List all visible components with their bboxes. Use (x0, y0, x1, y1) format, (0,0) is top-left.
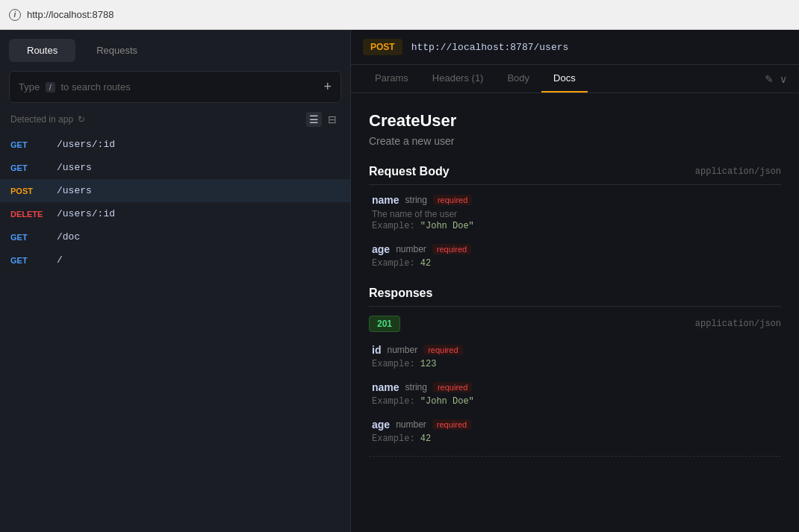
status-badge-201: 201 (369, 316, 400, 332)
field-name-label: id (372, 344, 381, 356)
response-code-row: 201 application/json (369, 316, 781, 332)
search-slash: / (46, 82, 55, 93)
method-badge: DELETE (10, 210, 48, 219)
required-badge: required (433, 195, 472, 205)
field-name-label: age (372, 419, 390, 431)
field-type-label: number (387, 345, 417, 355)
response-content-type: application/json (695, 319, 781, 329)
responses-header: Responses (369, 287, 781, 307)
field-name: name string required The name of the use… (369, 194, 781, 231)
search-bar[interactable]: Type / to search routes + (9, 71, 341, 103)
field-header: age number required (372, 243, 781, 255)
field-description: The name of the user (372, 209, 781, 219)
field-example: Example: 42 (372, 434, 781, 444)
route-path: /users/:id (57, 139, 115, 150)
request-body-header: Request Body application/json (369, 165, 781, 185)
tab-requests[interactable]: Requests (78, 39, 155, 62)
chevron-down-icon[interactable]: ∨ (780, 73, 787, 85)
required-badge: required (423, 345, 462, 355)
tab-routes[interactable]: Routes (9, 39, 75, 62)
doc-title: CreateUser (369, 111, 781, 131)
field-type-label: string (405, 195, 427, 205)
route-item-get-users-id-1[interactable]: GET /users/:id (0, 133, 350, 156)
field-type-label: number (396, 244, 426, 254)
field-example-value: "John Doe" (420, 221, 474, 231)
response-field-id: id number required Example: 123 (369, 344, 781, 369)
request-body-content-type: application/json (695, 166, 781, 177)
route-path: /users (57, 185, 92, 196)
section-divider (369, 456, 781, 457)
field-header: age number required (372, 419, 781, 431)
field-example-value: "John Doe" (420, 396, 474, 407)
route-path: /doc (57, 231, 80, 242)
add-route-button[interactable]: + (323, 79, 332, 95)
route-item-get-root[interactable]: GET / (0, 248, 350, 272)
required-badge: required (432, 419, 471, 430)
search-label: Type / to search routes (19, 81, 131, 93)
tab-body[interactable]: Body (495, 65, 541, 93)
compact-view-button[interactable]: ⊟ (325, 112, 340, 127)
field-type-label: string (405, 382, 427, 392)
response-field-age: age number required Example: 42 (369, 419, 781, 444)
route-path: /users (57, 162, 92, 173)
field-type-label: number (396, 419, 426, 430)
routes-list: GET /users/:id GET /users POST /users DE… (0, 133, 350, 532)
tab-docs[interactable]: Docs (541, 65, 588, 93)
field-example-value: 42 (420, 434, 431, 444)
field-example: Example: 123 (372, 359, 781, 369)
browser-url: http://localhost:8788 (27, 9, 114, 20)
refresh-icon[interactable]: ↻ (78, 114, 85, 125)
field-header: id number required (372, 344, 781, 356)
field-name-label: name (372, 194, 400, 206)
field-example-value: 123 (420, 359, 437, 369)
request-header: POST http://localhost:8787/users (351, 30, 799, 65)
panel-actions: ✎ ∨ (765, 73, 787, 85)
responses-title: Responses (369, 287, 432, 300)
doc-subtitle: Create a new user (369, 135, 781, 147)
route-item-get-doc[interactable]: GET /doc (0, 225, 350, 248)
request-url: http://localhost:8787/users (411, 42, 569, 53)
detected-label: Detected in app ↻ (10, 114, 85, 125)
sidebar-tabs: Routes Requests (0, 30, 350, 62)
field-example-value: 42 (420, 258, 431, 269)
list-view-button[interactable]: ☰ (306, 112, 322, 127)
detected-row: Detected in app ↻ ☰ ⊟ (0, 109, 350, 133)
tab-params[interactable]: Params (363, 65, 420, 93)
docs-content: CreateUser Create a new user Request Bod… (351, 93, 799, 532)
route-item-post-users[interactable]: POST /users (0, 179, 350, 202)
field-example: Example: "John Doe" (372, 396, 781, 407)
browser-bar: i http://localhost:8788 (0, 0, 799, 30)
method-badge: GET (10, 140, 48, 149)
request-body-title: Request Body (369, 165, 450, 178)
route-path: / (57, 254, 63, 266)
panel-tabs: Params Headers (1) Body Docs ✎ ∨ (351, 65, 799, 93)
responses-section: Responses 201 application/json id number… (369, 287, 781, 457)
main-container: Routes Requests Type / to search routes … (0, 30, 799, 532)
field-example: Example: "John Doe" (372, 221, 781, 231)
field-name-label: name (372, 381, 400, 393)
route-item-get-users[interactable]: GET /users (0, 156, 350, 179)
field-header: name string required (372, 381, 781, 393)
tab-headers[interactable]: Headers (1) (420, 65, 496, 93)
method-badge: GET (10, 256, 48, 265)
method-badge: GET (10, 233, 48, 242)
info-icon: i (9, 9, 21, 21)
method-badge: GET (10, 163, 48, 172)
field-name-label: age (372, 243, 390, 255)
route-path: /users/:id (57, 208, 115, 219)
field-age: age number required Example: 42 (369, 243, 781, 269)
request-method-badge: POST (363, 39, 402, 55)
sidebar: Routes Requests Type / to search routes … (0, 30, 351, 532)
view-toggles: ☰ ⊟ (306, 112, 340, 127)
edit-icon[interactable]: ✎ (765, 73, 774, 85)
method-badge: POST (10, 187, 48, 195)
route-item-delete-users-id[interactable]: DELETE /users/:id (0, 202, 350, 225)
field-header: name string required (372, 194, 781, 206)
required-badge: required (432, 244, 471, 254)
response-field-name: name string required Example: "John Doe" (369, 381, 781, 407)
right-panel: POST http://localhost:8787/users Params … (351, 30, 799, 532)
required-badge: required (433, 382, 472, 392)
field-example: Example: 42 (372, 258, 781, 269)
